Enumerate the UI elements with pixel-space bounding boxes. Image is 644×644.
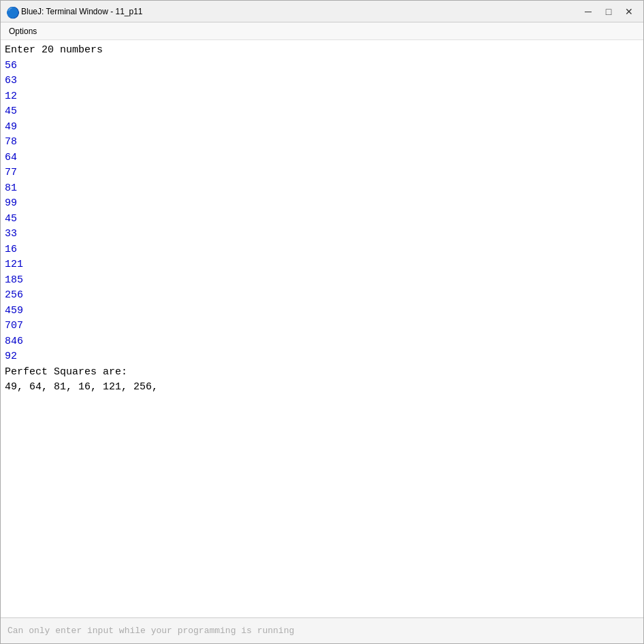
terminal-line: 45 — [5, 212, 639, 227]
terminal-line: 63 — [5, 74, 639, 89]
close-button[interactable]: ✕ — [620, 5, 638, 18]
status-bar: Can only enter input while your programm… — [1, 617, 643, 643]
terminal-line: 78 — [5, 135, 639, 150]
title-bar: 🔵 BlueJ: Terminal Window - 11_p11 ─ □ ✕ — [1, 1, 643, 22]
options-menu[interactable]: Options — [3, 25, 42, 38]
window-title: BlueJ: Terminal Window - 11_p11 — [21, 7, 143, 16]
terminal-line: 56 — [5, 59, 639, 74]
app-icon: 🔵 — [6, 6, 17, 17]
terminal-line: 49 — [5, 120, 639, 135]
minimize-button[interactable]: ─ — [579, 5, 597, 18]
title-bar-buttons: ─ □ ✕ — [579, 5, 638, 18]
terminal-output[interactable]: Enter 20 numbers566312454978647781994533… — [1, 40, 643, 617]
terminal-line: 92 — [5, 349, 639, 365]
terminal-line: 12 — [5, 89, 639, 105]
terminal-line: 45 — [5, 104, 639, 120]
terminal-line: 81 — [5, 181, 639, 197]
terminal-line: 459 — [5, 304, 639, 319]
terminal-line: 33 — [5, 227, 639, 242]
terminal-line: 707 — [5, 319, 639, 334]
title-bar-left: 🔵 BlueJ: Terminal Window - 11_p11 — [6, 6, 143, 17]
maximize-button[interactable]: □ — [600, 5, 617, 18]
terminal-line: 64 — [5, 150, 639, 166]
terminal-line: 121 — [5, 257, 639, 273]
terminal-area: Enter 20 numbers566312454978647781994533… — [1, 40, 643, 617]
terminal-line: Perfect Squares are: — [5, 365, 639, 381]
status-text: Can only enter input while your programm… — [7, 626, 294, 636]
terminal-line: 49, 64, 81, 16, 121, 256, — [5, 380, 639, 396]
terminal-window: 🔵 BlueJ: Terminal Window - 11_p11 ─ □ ✕ … — [0, 0, 644, 644]
terminal-line: 16 — [5, 242, 639, 258]
menu-bar: Options — [1, 22, 643, 40]
terminal-line: Enter 20 numbers — [5, 43, 639, 59]
terminal-line: 185 — [5, 273, 639, 289]
terminal-line: 256 — [5, 288, 639, 304]
terminal-line: 77 — [5, 165, 639, 181]
terminal-line: 846 — [5, 334, 639, 350]
terminal-line: 99 — [5, 196, 639, 212]
